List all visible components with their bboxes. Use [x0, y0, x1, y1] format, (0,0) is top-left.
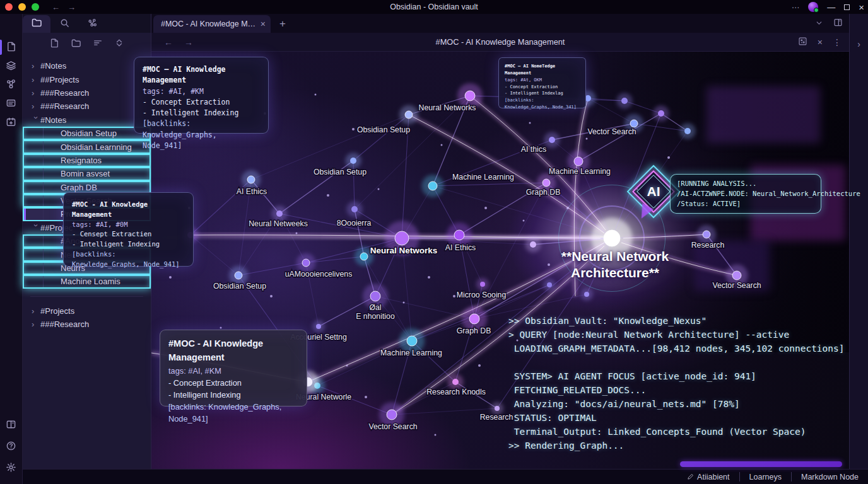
tree-item--projects[interactable]: ›#Projects — [23, 304, 151, 318]
new-note-icon[interactable] — [49, 38, 59, 50]
graph-node[interactable] — [428, 182, 437, 190]
tree-item-obsidian-setup[interactable]: Obsidian Setup — [23, 127, 151, 140]
graph-node[interactable] — [630, 120, 638, 127]
new-tab-button[interactable]: + — [279, 18, 286, 30]
tree-item--projec[interactable]: ›##Projec — [23, 221, 151, 234]
graph-node[interactable] — [454, 230, 464, 240]
graph-node[interactable] — [316, 324, 321, 329]
graph-node[interactable] — [407, 336, 417, 346]
pane-back-icon[interactable]: ← — [164, 37, 173, 47]
tree-item--projects[interactable]: ›##Projects — [23, 72, 151, 86]
chevron-right-icon[interactable]: › — [32, 61, 40, 71]
tree-item--notes[interactable]: ›#Notes — [23, 59, 151, 72]
graph-node[interactable] — [360, 253, 368, 260]
graph-settings-icon[interactable] — [798, 37, 807, 48]
status-item-markdown-node[interactable]: Markdown Node — [791, 472, 868, 481]
graph-node[interactable] — [247, 176, 255, 183]
tab-moc[interactable]: #MOC - AI Knowledge Me... × — [153, 15, 271, 33]
tree-item--research[interactable]: ›###Research — [23, 86, 151, 100]
pane-forward-icon[interactable]: → — [184, 37, 193, 47]
pane-more-icon[interactable]: ⋮ — [833, 37, 842, 47]
tree-item--anoi[interactable]: #Anoi — [23, 234, 151, 248]
ribbon-list-button[interactable] — [0, 95, 23, 113]
tree-item-bomin-asvset[interactable]: Bomin asvset — [23, 167, 151, 180]
forward-arrow-icon[interactable]: → — [67, 3, 76, 12]
graph-node[interactable] — [542, 179, 550, 187]
tab-bookmarks-graph[interactable] — [78, 15, 106, 33]
avatar[interactable] — [808, 2, 818, 12]
ribbon-settings-button[interactable] — [0, 459, 23, 478]
pane-close-icon[interactable]: × — [818, 37, 823, 47]
tree-item-obsidian-learnning[interactable]: Obsidian Learnning — [23, 140, 151, 153]
graph-node[interactable] — [703, 231, 710, 238]
maximize-button[interactable] — [844, 4, 850, 10]
minimize-button[interactable]: — — [827, 3, 835, 12]
ribbon-daily-note-button[interactable] — [0, 113, 23, 132]
tree-item-vector-search[interactable]: Vector Search — [23, 194, 151, 207]
graph-node[interactable] — [495, 406, 500, 411]
graph-node[interactable] — [405, 111, 413, 118]
new-folder-icon[interactable] — [71, 38, 81, 51]
graph-node[interactable] — [395, 231, 409, 245]
graph-node[interactable] — [465, 91, 475, 101]
graph-node[interactable] — [658, 110, 664, 117]
tree-item-neurrs[interactable]: Neurrs — [23, 262, 151, 275]
graph-node[interactable] — [235, 272, 242, 279]
graph-node[interactable] — [574, 157, 583, 166]
chevron-right-icon[interactable]: › — [32, 306, 40, 316]
tree-item-neura[interactable]: Neura — [23, 248, 151, 261]
back-arrow-icon[interactable]: ← — [52, 3, 60, 12]
tab-close-icon[interactable]: × — [261, 19, 266, 29]
graph-node[interactable] — [387, 410, 397, 420]
graph-view[interactable]: Obsidian SetupNeural NetworksVector Sear… — [151, 52, 849, 469]
chevron-down-icon[interactable]: › — [32, 116, 41, 125]
chevron-right-icon[interactable]: › — [32, 101, 40, 111]
tree-item--notes[interactable]: ›#Notes — [23, 113, 151, 127]
graph-node[interactable] — [370, 291, 380, 301]
more-menu-icon[interactable]: ⋯ — [792, 3, 800, 12]
tree-item-machine-loamis[interactable]: Machine Loamis — [23, 275, 151, 288]
graph-node[interactable] — [584, 292, 589, 297]
graph-node[interactable] — [469, 314, 479, 324]
chevron-right-icon[interactable]: › — [32, 88, 40, 98]
chevron-down-icon[interactable]: › — [32, 224, 41, 233]
collapse-all-icon[interactable] — [114, 38, 124, 50]
minimize-traffic-light[interactable] — [18, 3, 26, 11]
close-button[interactable]: × — [859, 2, 864, 13]
graph-node[interactable] — [549, 137, 555, 143]
graph-node[interactable] — [530, 241, 536, 248]
split-layout-icon[interactable] — [833, 18, 843, 30]
close-traffic-light[interactable] — [5, 3, 13, 11]
tree-item-pronni[interactable]: Pronni — [23, 207, 151, 221]
tree-item--research[interactable]: ›###Research — [23, 100, 151, 113]
chevron-down-icon[interactable] — [815, 18, 823, 30]
graph-node[interactable] — [350, 158, 356, 164]
tree-item--research[interactable]: ›###Research — [23, 318, 151, 331]
ribbon-help-button[interactable] — [0, 437, 23, 456]
graph-node[interactable] — [585, 95, 591, 101]
graph-node[interactable] — [276, 210, 283, 217]
graph-node[interactable] — [187, 232, 194, 238]
expand-right-sidebar-icon[interactable]: › — [850, 39, 868, 49]
sort-icon[interactable] — [93, 38, 103, 50]
tree-item-graph-db[interactable]: Graph DB — [23, 181, 151, 194]
ribbon-panels-button[interactable] — [0, 416, 23, 435]
graph-node[interactable] — [547, 282, 552, 287]
graph-node[interactable] — [604, 230, 620, 246]
tree-item-resignatos[interactable]: Resignatos — [23, 154, 151, 167]
graph-node[interactable] — [452, 379, 459, 385]
tab-files[interactable] — [23, 15, 50, 33]
horizontal-scrollbar[interactable] — [680, 461, 842, 467]
chevron-right-icon[interactable]: › — [32, 320, 40, 329]
status-item-loarneys[interactable]: Loarneys — [739, 472, 791, 481]
chevron-right-icon[interactable]: › — [32, 75, 40, 84]
graph-node[interactable] — [684, 128, 691, 134]
graph-node[interactable] — [303, 377, 312, 386]
graph-node[interactable] — [480, 282, 485, 287]
graph-node[interactable] — [621, 98, 628, 104]
ribbon-notes-button[interactable] — [0, 38, 23, 57]
ribbon-graph-button[interactable] — [0, 76, 23, 95]
graph-node[interactable] — [351, 206, 358, 212]
tab-search[interactable] — [50, 15, 78, 33]
status-item-atiiabient[interactable]: Atiiabient — [677, 472, 739, 481]
